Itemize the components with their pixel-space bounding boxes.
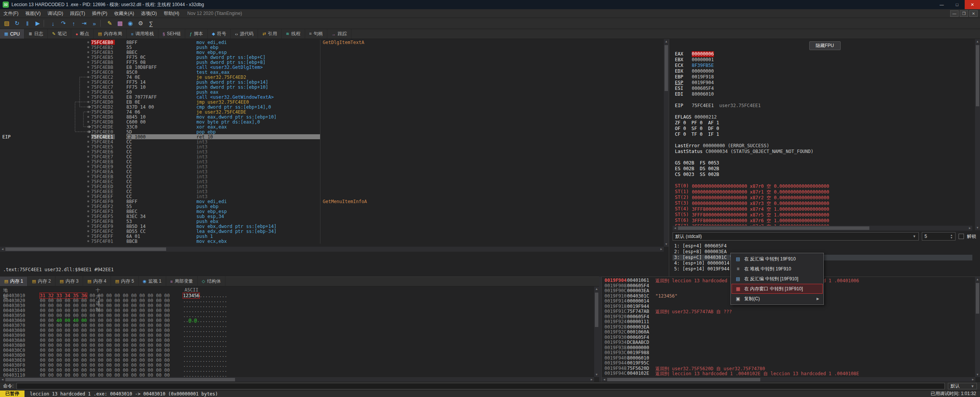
disasm-row[interactable]: 75FC4EF5 83EC 34 sub esp,34 <box>0 214 664 219</box>
toolbar-button-icon[interactable] <box>44 20 47 27</box>
register-row[interactable]: ESP 0019F904 <box>675 80 972 86</box>
disasm-row[interactable]: 75FC4EF8 53 push ebx <box>0 219 664 224</box>
toolbar-button-icon[interactable]: ✎ <box>105 19 115 28</box>
menu-item[interactable]: 插件(P) <box>88 9 111 18</box>
hex-dump-row[interactable]: 00403020 00 00 00 00 00 00 00 00 00 00 0… <box>0 298 227 303</box>
register-row[interactable]: ST(6) 3FFF8000000000000000 x87r6 空 1.000… <box>675 218 972 223</box>
disasm-row[interactable]: 75FC4EB0 8BFF mov edi,edi GetDlgItemText… <box>0 40 664 45</box>
register-row[interactable]: ST(1) 00000000000000000000 x87r1 空 0.000… <box>675 189 972 195</box>
scrollbar-thumb[interactable] <box>5 378 235 381</box>
disasm-row[interactable]: 75FC4ED8 8B45 10 mov eax,dword ptr ss:[e… <box>0 114 664 119</box>
register-row[interactable] <box>675 97 972 103</box>
scrollbar-thumb[interactable] <box>976 283 979 314</box>
dump-tab[interactable]: ▤ 内存 2 <box>28 277 55 286</box>
menu-item[interactable]: 文件(F) <box>0 9 22 18</box>
disasm-row[interactable]: 75FC4ED6 74 06 je user32.75FC4EDE <box>0 109 664 114</box>
argument-row[interactable]: 1: [esp+4] 000605F4 <box>673 243 972 249</box>
menu-item[interactable]: 跟踪(T) <box>67 9 88 18</box>
hex-dump-row[interactable]: 004030F0 00 00 00 00 00 00 00 00 00 00 0… <box>0 363 227 368</box>
toolbar-button-icon[interactable]: ‖ <box>22 19 33 28</box>
hex-dump-row[interactable]: 004030E0 00 00 00 00 00 00 00 00 00 00 0… <box>0 358 227 363</box>
spinner-arrows-icon[interactable]: ▲▼ <box>950 234 953 239</box>
context-menu-item[interactable]: ≡ 在 堆栈 中转到 19F910 <box>732 264 823 274</box>
dump-tab[interactable]: ◉ 监视 1 <box>139 277 166 286</box>
disasm-row[interactable]: 75FC4EFC 8D55 CC lea edx,dword ptr ss:[e… <box>0 229 664 234</box>
disasm-row[interactable]: 75FC4EF0 8BFF mov edi,edi GetMenuItemInf… <box>0 199 664 204</box>
breakpoint-gutter[interactable] <box>0 70 91 75</box>
hex-dump-row[interactable]: 00403100 00 00 00 00 00 00 00 00 00 00 0… <box>0 368 227 373</box>
disasm-row[interactable]: 75FC4EE9 CC int3 <box>0 164 664 169</box>
view-tab[interactable]: ‹› 源代码 <box>231 29 258 39</box>
register-row[interactable]: ZF 0 PF 0 AF 1 <box>675 120 972 126</box>
toolbar-button-icon[interactable]: ▶ <box>33 19 43 28</box>
toolbar-button-icon[interactable]: ⚙ <box>136 19 146 28</box>
disasm-row[interactable]: 75FC4EB5 FF75 0C push dword ptr ss:[ebp+… <box>0 55 664 60</box>
hex-dump-row[interactable]: 00403070 00 00 00 00 00 00 00 00 00 00 0… <box>0 323 227 328</box>
unlock-checkbox[interactable] <box>959 234 964 239</box>
register-row[interactable]: EDI 80006010 <box>675 91 972 97</box>
toolbar-button-icon[interactable]: ∑ <box>146 19 156 28</box>
disasm-row[interactable]: 75FC4EEB CC int3 <box>0 174 664 179</box>
stack-row[interactable]: 0019F930 000605F4 <box>602 335 980 340</box>
disasm-row[interactable]: 75FC4EE6 CC int3 <box>0 149 664 154</box>
disasm-row[interactable]: 75FC4EEF CC int3 <box>0 194 664 199</box>
breakpoint-gutter[interactable] <box>0 75 91 80</box>
breakpoint-gutter[interactable] <box>0 60 91 65</box>
breakpoint-gutter[interactable] <box>0 104 91 109</box>
title-bar[interactable]: 32 Leccion 13 HARDCODED 1 .exe - PID: 12… <box>0 0 980 9</box>
register-row[interactable] <box>675 109 972 114</box>
register-row[interactable] <box>675 137 972 143</box>
register-row[interactable]: EBX 00000001 <box>675 57 972 63</box>
hide-fpu-button[interactable]: 隐藏FPU <box>809 41 841 50</box>
command-input[interactable] <box>16 383 945 389</box>
breakpoint-gutter[interactable] <box>0 224 91 229</box>
menu-item[interactable]: 收藏夹(A) <box>111 9 137 18</box>
disasm-row[interactable]: 75FC4EB2 55 push ebp <box>0 45 664 50</box>
disasm-row[interactable]: 75FC4ED0 EB 0E jmp user32.75FC4EE0 <box>0 99 664 104</box>
mdi-minimize-button[interactable]: — <box>950 10 959 17</box>
register-row[interactable]: ECX 8F39FB5E <box>675 63 972 68</box>
register-row[interactable]: CS 0023 SS 002B <box>675 172 972 177</box>
dump-tab[interactable]: ≡ 局部变量 <box>166 277 198 286</box>
hex-dump-row[interactable]: 00403050 00 00 00 00 00 00 00 00 00 00 0… <box>0 313 227 318</box>
scrollbar-thumb[interactable] <box>665 45 668 91</box>
disasm-row[interactable]: 75FC4EF3 8BEC mov ebp,esp <box>0 209 664 214</box>
breakpoint-gutter[interactable] <box>0 144 91 149</box>
command-profile-select[interactable]: 默认 ▼ <box>948 383 977 389</box>
breakpoint-gutter[interactable] <box>0 194 91 199</box>
hex-dump-row[interactable]: 00403040 00 00 00 00 00 00 00 00 00 00 0… <box>0 308 227 313</box>
breakpoint-gutter[interactable] <box>0 234 91 239</box>
disasm-row[interactable]: 75FC4EC7 FF75 10 push dword ptr ss:[ebp+… <box>0 85 664 89</box>
disasm-row[interactable]: 75FC4EE8 CC int3 <box>0 159 664 164</box>
stack-row[interactable]: 0019F948 75F5620D 返回到 user32.75F5620D 自 … <box>602 366 980 371</box>
register-row[interactable]: OF 0 SF 0 DF 0 <box>675 126 972 132</box>
breakpoint-gutter[interactable] <box>0 139 91 144</box>
register-row[interactable]: EDX 00000000 <box>675 68 972 74</box>
register-row[interactable]: GS 002B FS 0053 <box>675 160 972 166</box>
breakpoint-gutter[interactable] <box>0 134 91 139</box>
hex-dump-row[interactable]: 00403010 31 32 33 34 35 36 00 00 00 00 0… <box>0 293 227 298</box>
registers-v-scrollbar[interactable]: ▲▼ <box>975 39 980 230</box>
dump-v-scrollbar[interactable]: ▲▼ <box>594 286 599 377</box>
disasm-row[interactable]: 75FC4EC4 FF75 14 push dword ptr ss:[ebp+… <box>0 80 664 85</box>
toolbar-button-icon[interactable] <box>100 20 104 27</box>
breakpoint-gutter[interactable] <box>0 45 91 50</box>
breakpoint-gutter[interactable] <box>0 179 91 184</box>
breakpoint-gutter[interactable] <box>0 149 91 154</box>
stack-row[interactable]: 0019F928 000003EA <box>602 324 980 330</box>
register-row[interactable]: ST(0) 00000000000000000000 x87r0 空 0.000… <box>675 183 972 189</box>
hex-dump-row[interactable]: 00403060 00 00 40 00 40 00 00 00 00 00 0… <box>0 318 227 323</box>
menu-item[interactable]: 选项(O) <box>137 9 160 18</box>
hex-dump-row[interactable]: 004030D0 00 00 00 00 00 00 00 00 00 00 0… <box>0 353 227 358</box>
dump-tab[interactable]: ◇ 结构体 <box>198 277 225 286</box>
register-row[interactable]: ES 002B DS 002B <box>675 166 972 172</box>
breakpoint-gutter[interactable] <box>0 40 91 45</box>
view-tab[interactable]: → 跟踪 <box>327 29 351 39</box>
register-row[interactable]: ST(4) 3FFF8000000000000000 x87r4 空 1.000… <box>675 206 972 212</box>
register-row[interactable]: ST(5) 3FFF8000000000000000 x87r5 空 1.000… <box>675 212 972 218</box>
hex-dump-row[interactable]: 004030C0 00 00 00 00 00 00 00 00 00 00 0… <box>0 348 227 353</box>
view-tab[interactable]: ▤ 内存布局 <box>94 29 127 39</box>
disasm-row[interactable]: 75FC4EE5 CC int3 <box>0 144 664 149</box>
context-menu-item[interactable]: ▣ 复制(C) ▶ <box>732 294 823 304</box>
scrollbar-thumb[interactable] <box>607 378 760 381</box>
